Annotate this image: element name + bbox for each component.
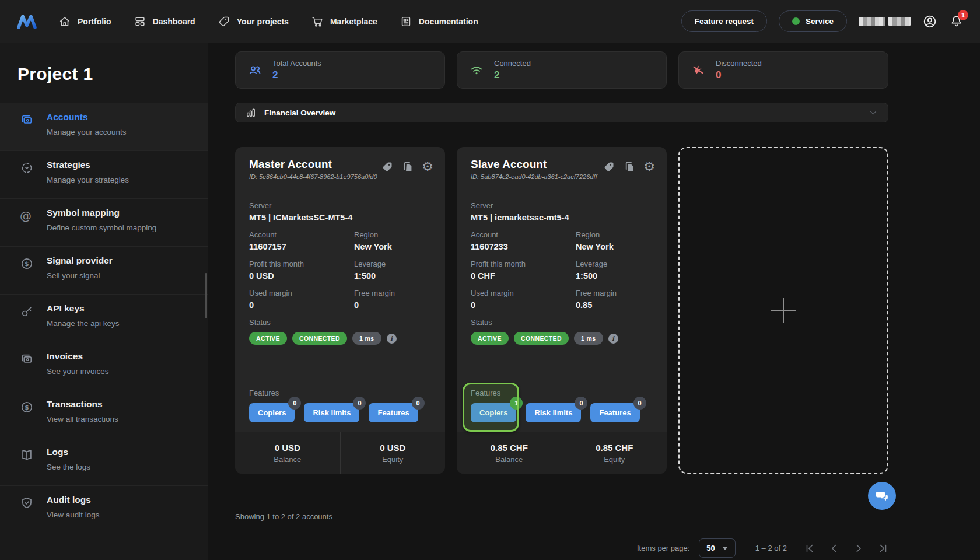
bar-chart-icon bbox=[245, 107, 257, 118]
stat-card-connected: Connected 2 bbox=[457, 51, 667, 89]
nav-item-dashboard[interactable]: Dashboard bbox=[134, 15, 195, 28]
copy-icon[interactable] bbox=[623, 160, 636, 173]
previous-page-button[interactable] bbox=[829, 543, 839, 554]
stat-label: Total Accounts bbox=[272, 59, 321, 68]
risk-limits-button[interactable]: Risk limits 0 bbox=[304, 403, 359, 422]
feature-request-button[interactable]: Feature request bbox=[681, 10, 767, 32]
add-account-placeholder[interactable] bbox=[678, 147, 888, 474]
page-range-text: 1 – 2 of 2 bbox=[755, 544, 787, 552]
sidebar-item-symbol-mapping[interactable]: @ Symbol mapping Define custom symbol ma… bbox=[0, 198, 208, 246]
features-button[interactable]: Features 0 bbox=[369, 403, 418, 422]
tag-icon[interactable] bbox=[603, 160, 615, 173]
copiers-button[interactable]: Copiers 1 bbox=[471, 403, 516, 422]
sidebar-item-signal-provider[interactable]: $ Signal provider Sell your signal bbox=[0, 246, 208, 294]
sidebar: Project 1 Accounts Manage your accounts … bbox=[0, 43, 208, 560]
risk-limits-count-badge: 0 bbox=[575, 397, 587, 410]
financial-overview-toggle[interactable]: Financial Overview bbox=[235, 103, 888, 123]
main-nav: Portfolio Dashboard Your projects Market… bbox=[58, 15, 478, 28]
info-icon[interactable]: i bbox=[387, 334, 397, 344]
pagination-bar: Items per page: 50 1 – 2 of 2 bbox=[235, 538, 888, 558]
info-icon[interactable]: i bbox=[608, 334, 618, 344]
sidebar-item-label: Accounts bbox=[47, 112, 127, 123]
next-page-button[interactable] bbox=[853, 543, 864, 554]
nav-label: Dashboard bbox=[153, 17, 195, 26]
settings-gear-icon[interactable]: ⚙ bbox=[422, 160, 433, 173]
sidebar-item-invoices[interactable]: Invoices See your invoices bbox=[0, 342, 208, 390]
account-card-slave: Slave Account ID: 5ab874c2-ead0-42db-a36… bbox=[457, 147, 667, 474]
svg-text:$: $ bbox=[24, 404, 29, 411]
account-card-footer: 0.85 CHF Balance 0.85 CHF Equity bbox=[457, 432, 667, 474]
cart-icon bbox=[311, 15, 324, 28]
stat-card-total-accounts: Total Accounts 2 bbox=[235, 51, 445, 89]
equity-value: 0.85 CHF bbox=[596, 443, 633, 453]
nav-label: Marketplace bbox=[330, 17, 377, 26]
copiers-button[interactable]: Copiers 0 bbox=[249, 403, 295, 422]
project-title: Project 1 bbox=[0, 43, 208, 84]
caret-down-icon bbox=[722, 547, 728, 550]
account-card-footer: 0 USD Balance 0 USD Equity bbox=[235, 432, 445, 474]
status-badge-connected: CONNECTED bbox=[514, 332, 569, 345]
first-page-button[interactable] bbox=[804, 543, 815, 554]
main-content: Total Accounts 2 Connected 2 bbox=[208, 43, 980, 560]
status-badge-active: ACTIVE bbox=[249, 332, 287, 345]
copiers-count-badge: 0 bbox=[288, 397, 301, 410]
financial-overview-label: Financial Overview bbox=[264, 108, 335, 117]
stat-card-disconnected: Disconnected 0 bbox=[678, 51, 888, 89]
risk-limits-count-badge: 0 bbox=[353, 397, 366, 410]
chat-support-button[interactable] bbox=[868, 482, 896, 510]
account-title: Slave Account bbox=[471, 158, 597, 171]
wallet-cards-icon bbox=[20, 352, 34, 366]
tag-icon[interactable] bbox=[381, 160, 394, 173]
tag-icon bbox=[218, 15, 230, 28]
features-count-badge: 0 bbox=[412, 397, 425, 410]
account-card-body: Server MT5 | icmarketssc-mt5-4 Account11… bbox=[457, 188, 667, 432]
balance-value: 0.85 CHF bbox=[491, 443, 528, 453]
sidebar-item-logs[interactable]: Logs See the logs bbox=[0, 438, 208, 485]
nav-item-portfolio[interactable]: Portfolio bbox=[58, 15, 111, 28]
nav-item-your-projects[interactable]: Your projects bbox=[218, 15, 289, 28]
chat-bubbles-icon bbox=[874, 488, 890, 503]
nav-item-marketplace[interactable]: Marketplace bbox=[311, 15, 377, 28]
nav-label: Portfolio bbox=[78, 17, 111, 26]
sidebar-scrollbar[interactable] bbox=[205, 273, 207, 318]
server-value: MT5 | icmarketssc-mt5-4 bbox=[471, 213, 653, 222]
stats-row: Total Accounts 2 Connected 2 bbox=[235, 51, 888, 89]
features-section: Features Copiers 1 Risk limits 0 bbox=[471, 388, 640, 422]
sidebar-item-strategies[interactable]: Strategies Manage your strategies bbox=[0, 150, 208, 198]
copiers-count-badge: 1 bbox=[510, 397, 523, 410]
account-card-header: Slave Account ID: 5ab874c2-ead0-42db-a36… bbox=[457, 147, 667, 188]
latency-badge: 1 ms bbox=[352, 332, 382, 345]
strategy-cycle-icon bbox=[20, 161, 34, 175]
chevron-down-icon bbox=[868, 107, 878, 118]
sidebar-item-audit-logs[interactable]: Audit logs View audit logs bbox=[0, 485, 208, 533]
features-count-badge: 0 bbox=[634, 397, 646, 410]
last-page-button[interactable] bbox=[878, 543, 888, 554]
sidebar-item-transactions[interactable]: $ Transactions View all transactions bbox=[0, 390, 208, 438]
dollar-circle-icon: $ bbox=[20, 257, 34, 271]
account-menu-button[interactable] bbox=[922, 14, 937, 29]
service-status-button[interactable]: Service bbox=[779, 10, 847, 32]
notifications-button[interactable]: 1 bbox=[949, 14, 964, 29]
brand-logo-icon[interactable] bbox=[16, 13, 37, 30]
latency-badge: 1 ms bbox=[574, 332, 603, 345]
wallet-cards-icon bbox=[20, 113, 34, 127]
settings-gear-icon[interactable]: ⚙ bbox=[643, 160, 655, 173]
showing-count-text: Showing 1 to 2 of 2 accounts bbox=[235, 512, 888, 521]
copy-icon[interactable] bbox=[401, 160, 414, 173]
items-per-page-label: Items per page: bbox=[637, 544, 690, 552]
book-icon bbox=[20, 448, 34, 462]
sidebar-item-api-keys[interactable]: API keys Manage the api keys bbox=[0, 294, 208, 342]
balance-value: 0 USD bbox=[275, 443, 300, 453]
service-status-dot bbox=[792, 18, 800, 25]
nav-label: Your projects bbox=[237, 17, 289, 26]
account-id: ID: 5ab874c2-ead0-42db-a361-c2acf7226dff bbox=[471, 173, 597, 180]
items-per-page-select[interactable]: 50 bbox=[699, 538, 735, 558]
equity-value: 0 USD bbox=[380, 443, 405, 453]
dashboard-icon bbox=[134, 15, 146, 28]
features-button[interactable]: Features 0 bbox=[590, 403, 639, 422]
nav-item-documentation[interactable]: Documentation bbox=[400, 15, 478, 28]
account-number: 11607233 bbox=[471, 242, 576, 251]
sidebar-item-accounts[interactable]: Accounts Manage your accounts bbox=[0, 103, 208, 150]
risk-limits-button[interactable]: Risk limits 0 bbox=[526, 403, 581, 422]
sidebar-menu: Accounts Manage your accounts Strategies… bbox=[0, 103, 208, 533]
